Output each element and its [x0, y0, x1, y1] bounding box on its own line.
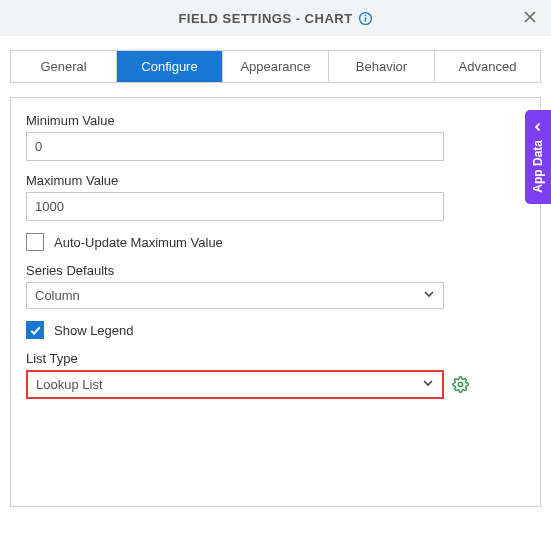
chevron-down-icon: [422, 377, 434, 392]
close-icon[interactable]: [519, 5, 541, 31]
tab-configure[interactable]: Configure: [117, 51, 223, 82]
show-legend-checkbox[interactable]: [26, 321, 44, 339]
app-data-label: App Data: [531, 140, 545, 193]
minimum-value-label: Minimum Value: [26, 113, 525, 128]
tab-advanced[interactable]: Advanced: [435, 51, 540, 82]
app-data-sidetab[interactable]: App Data: [525, 110, 551, 204]
chevron-down-icon: [423, 288, 435, 303]
gear-icon[interactable]: [452, 376, 469, 393]
minimum-value-input[interactable]: [26, 132, 444, 161]
dialog-header: FIELD SETTINGS - CHART: [0, 0, 551, 36]
series-defaults-value: Column: [35, 288, 80, 303]
tabs: General Configure Appearance Behavior Ad…: [10, 50, 541, 83]
maximum-value-input[interactable]: [26, 192, 444, 221]
list-type-label: List Type: [26, 351, 525, 366]
configure-panel: Minimum Value Maximum Value Auto-Update …: [10, 97, 541, 507]
maximum-value-label: Maximum Value: [26, 173, 525, 188]
list-type-row: Lookup List: [26, 370, 525, 409]
dialog-title-row: FIELD SETTINGS - CHART: [178, 11, 372, 26]
dialog-title: FIELD SETTINGS - CHART: [178, 11, 352, 26]
series-defaults-select[interactable]: Column: [26, 282, 444, 309]
tab-behavior[interactable]: Behavior: [329, 51, 435, 82]
chevron-left-icon: [533, 122, 543, 134]
tabs-container: General Configure Appearance Behavior Ad…: [0, 36, 551, 83]
auto-update-label: Auto-Update Maximum Value: [54, 235, 223, 250]
auto-update-row: Auto-Update Maximum Value: [26, 233, 525, 251]
svg-point-2: [364, 14, 366, 16]
info-icon[interactable]: [358, 11, 373, 26]
svg-point-5: [458, 382, 462, 386]
tab-general[interactable]: General: [11, 51, 117, 82]
series-defaults-label: Series Defaults: [26, 263, 525, 278]
auto-update-checkbox[interactable]: [26, 233, 44, 251]
list-type-value: Lookup List: [36, 377, 103, 392]
show-legend-label: Show Legend: [54, 323, 134, 338]
list-type-select[interactable]: Lookup List: [26, 370, 444, 399]
show-legend-row: Show Legend: [26, 321, 525, 339]
tab-appearance[interactable]: Appearance: [223, 51, 329, 82]
